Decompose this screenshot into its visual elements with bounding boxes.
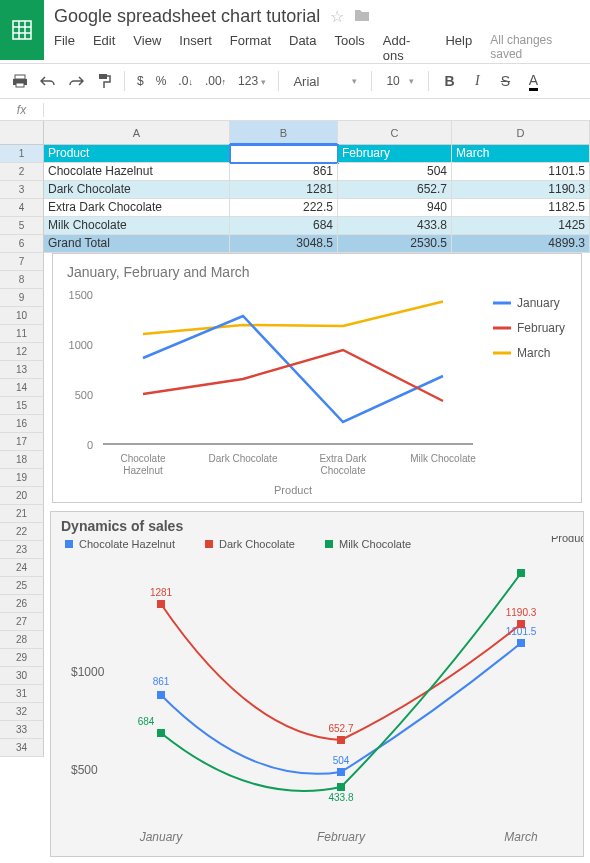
row-header[interactable]: 11: [0, 325, 44, 343]
row-header[interactable]: 13: [0, 361, 44, 379]
cell-active[interactable]: January: [230, 145, 338, 163]
row-header[interactable]: 23: [0, 541, 44, 559]
menu-addons[interactable]: Add-ons: [383, 33, 428, 63]
row-header[interactable]: 4: [0, 199, 44, 217]
text-color-button[interactable]: A: [521, 69, 545, 93]
cell[interactable]: 652.7: [338, 181, 452, 199]
spreadsheet-grid[interactable]: 1 2 3 4 5 6 7 8 9 10 11 12 13 14 15 16 1…: [0, 121, 590, 863]
row-header[interactable]: 28: [0, 631, 44, 649]
cell[interactable]: 504: [338, 163, 452, 181]
svg-text:February: February: [317, 830, 366, 844]
document-title[interactable]: Google spreadsheet chart tutorial: [54, 6, 320, 27]
cell[interactable]: 861: [230, 163, 338, 181]
cell[interactable]: 1101.5: [452, 163, 590, 181]
font-size-select[interactable]: 10▾: [380, 74, 420, 88]
chart-dynamics-of-sales[interactable]: Dynamics of sales Product Chocolate Haze…: [50, 511, 584, 857]
menu-format[interactable]: Format: [230, 33, 271, 63]
row-header[interactable]: 17: [0, 433, 44, 451]
row-header[interactable]: 22: [0, 523, 44, 541]
row-header[interactable]: 12: [0, 343, 44, 361]
cell[interactable]: February: [338, 145, 452, 163]
row-header[interactable]: 3: [0, 181, 44, 199]
row-header[interactable]: 16: [0, 415, 44, 433]
menu-data[interactable]: Data: [289, 33, 316, 63]
currency-button[interactable]: $: [133, 74, 148, 88]
italic-button[interactable]: I: [465, 69, 489, 93]
strike-button[interactable]: S: [493, 69, 517, 93]
row-header[interactable]: 33: [0, 721, 44, 739]
decrease-decimal-button[interactable]: .0↓: [174, 74, 197, 88]
cell[interactable]: 684: [230, 217, 338, 235]
sheets-logo[interactable]: [0, 0, 44, 60]
cell[interactable]: Product: [44, 145, 230, 163]
row-header[interactable]: 7: [0, 253, 44, 271]
cell[interactable]: 1182.5: [452, 199, 590, 217]
menu-insert[interactable]: Insert: [179, 33, 212, 63]
row-header[interactable]: 15: [0, 397, 44, 415]
row-header[interactable]: 5: [0, 217, 44, 235]
row-header[interactable]: 24: [0, 559, 44, 577]
cell[interactable]: 940: [338, 199, 452, 217]
row-header[interactable]: 14: [0, 379, 44, 397]
cell[interactable]: Milk Chocolate: [44, 217, 230, 235]
menu-tools[interactable]: Tools: [334, 33, 364, 63]
svg-text:Dark Chocolate: Dark Chocolate: [209, 453, 278, 464]
menu-help[interactable]: Help: [445, 33, 472, 63]
cell[interactable]: Dark Chocolate: [44, 181, 230, 199]
cell[interactable]: 1425: [452, 217, 590, 235]
row-header[interactable]: 8: [0, 271, 44, 289]
svg-rect-41: [517, 620, 525, 628]
percent-button[interactable]: %: [152, 74, 171, 88]
row-header[interactable]: 26: [0, 595, 44, 613]
cell[interactable]: Chocolate Hazelnut: [44, 163, 230, 181]
row-header[interactable]: 32: [0, 703, 44, 721]
cell[interactable]: March: [452, 145, 590, 163]
folder-icon[interactable]: [354, 8, 370, 26]
redo-icon[interactable]: [64, 69, 88, 93]
row-header[interactable]: 9: [0, 289, 44, 307]
row-header[interactable]: 19: [0, 469, 44, 487]
svg-text:Chocolate: Chocolate: [120, 453, 165, 464]
menu-file[interactable]: File: [54, 33, 75, 63]
row-header[interactable]: 20: [0, 487, 44, 505]
row-header[interactable]: 25: [0, 577, 44, 595]
row-header[interactable]: 6: [0, 235, 44, 253]
cell[interactable]: 1281: [230, 181, 338, 199]
row-header[interactable]: 2: [0, 163, 44, 181]
cell[interactable]: 3048.5: [230, 235, 338, 253]
col-header[interactable]: B: [230, 121, 338, 145]
row-header[interactable]: 10: [0, 307, 44, 325]
paint-format-icon[interactable]: [92, 69, 116, 93]
row-header[interactable]: 1: [0, 145, 44, 163]
row-header[interactable]: 30: [0, 667, 44, 685]
cell[interactable]: 2530.5: [338, 235, 452, 253]
menu-view[interactable]: View: [133, 33, 161, 63]
svg-rect-37: [157, 600, 165, 608]
svg-rect-33: [337, 768, 345, 776]
bold-button[interactable]: B: [437, 69, 461, 93]
undo-icon[interactable]: [36, 69, 60, 93]
number-format-button[interactable]: 123 ▾: [234, 74, 270, 88]
cell[interactable]: 4899.3: [452, 235, 590, 253]
cell[interactable]: 222.5: [230, 199, 338, 217]
increase-decimal-button[interactable]: .00↑: [201, 74, 230, 88]
chart-line-monthly[interactable]: January, February and March 1500 1000 50…: [52, 253, 582, 503]
row-header[interactable]: 21: [0, 505, 44, 523]
col-header[interactable]: D: [452, 121, 590, 145]
cell[interactable]: Grand Total: [44, 235, 230, 253]
select-all-corner[interactable]: [0, 121, 44, 145]
cell[interactable]: 433.8: [338, 217, 452, 235]
font-select[interactable]: Arial▾: [287, 74, 363, 89]
row-header[interactable]: 29: [0, 649, 44, 667]
row-header[interactable]: 27: [0, 613, 44, 631]
cell[interactable]: 1190.3: [452, 181, 590, 199]
star-icon[interactable]: ☆: [330, 7, 344, 26]
row-header[interactable]: 31: [0, 685, 44, 703]
menu-edit[interactable]: Edit: [93, 33, 115, 63]
col-header[interactable]: C: [338, 121, 452, 145]
row-header[interactable]: 18: [0, 451, 44, 469]
cell[interactable]: Extra Dark Chocolate: [44, 199, 230, 217]
col-header[interactable]: A: [44, 121, 230, 145]
print-icon[interactable]: [8, 69, 32, 93]
row-header[interactable]: 34: [0, 739, 44, 757]
